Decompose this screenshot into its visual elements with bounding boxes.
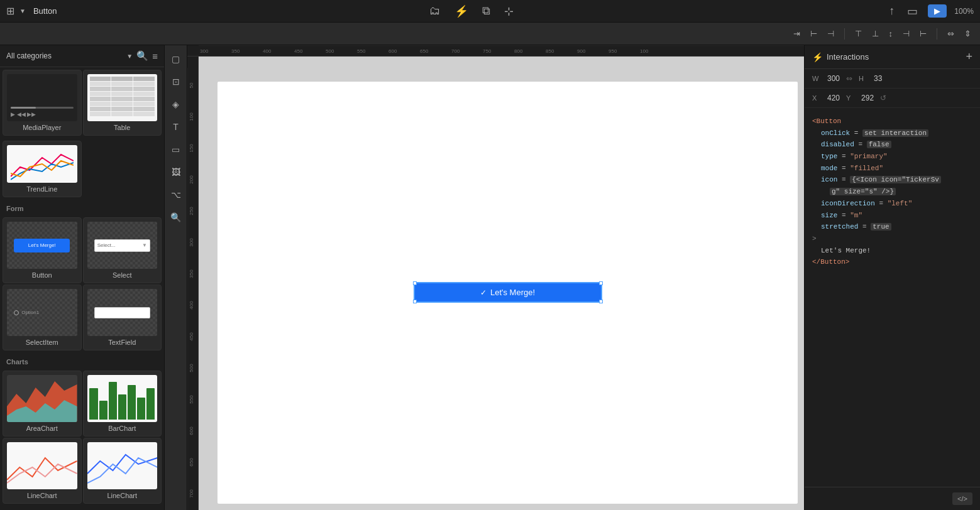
svg-text:750: 750 xyxy=(483,48,492,54)
mediaplayer-label: MediaPlayer xyxy=(23,124,61,131)
distribute-h-button[interactable]: ⇔ xyxy=(945,28,957,40)
svg-text:150: 150 xyxy=(189,144,194,153)
select-tool-button[interactable]: ▢ xyxy=(167,50,185,68)
align-top-button[interactable]: ⊥ xyxy=(869,28,881,40)
linechart2-preview xyxy=(87,442,158,489)
code-attr-size: size = "m" xyxy=(821,210,972,222)
code-view-row: </> xyxy=(805,487,980,510)
link-icon[interactable]: ⇔ xyxy=(846,74,852,83)
add-interaction-button[interactable]: + xyxy=(966,50,972,63)
network-icon-button[interactable]: ⊹ xyxy=(502,3,516,19)
library-header: All categories ▼ 🔍 ≡ xyxy=(0,45,164,67)
x-label: X xyxy=(812,94,821,102)
image-tool-button[interactable]: 🖼 xyxy=(167,163,185,181)
code-attr-stretched: stretched = true xyxy=(821,221,972,233)
code-view-button[interactable]: </> xyxy=(952,492,972,505)
rotation-icon[interactable]: ↺ xyxy=(880,94,886,102)
align-left-edge-button[interactable]: ⇥ xyxy=(791,28,803,40)
play-button[interactable]: ▶ xyxy=(928,4,947,18)
textfield-label: TextField xyxy=(108,339,136,346)
component-item-selectitem[interactable]: Option1 SelectItem xyxy=(3,285,82,350)
component-item-areachart[interactable]: AreaChart xyxy=(3,371,82,437)
text-tool-button[interactable]: T xyxy=(167,118,185,136)
svg-text:500: 500 xyxy=(189,364,194,372)
svg-text:400: 400 xyxy=(189,301,194,310)
canvas-area[interactable]: 300 350 400 450 500 550 600 650 700 750 … xyxy=(187,45,804,510)
selection-handle-tl xyxy=(413,281,417,285)
table-label: Table xyxy=(114,124,130,131)
linechart1-preview xyxy=(7,442,77,489)
code-attr-icondirection: iconDirection = "left" xyxy=(821,198,972,210)
align-top-edge-button[interactable]: ⊤ xyxy=(852,28,864,40)
chevron-down-icon[interactable]: ▼ xyxy=(19,8,26,14)
layers-icon-button[interactable]: ⧉ xyxy=(480,3,493,19)
canvas-button-element[interactable]: ✓ Let's Merge! xyxy=(414,282,602,303)
svg-text:650: 650 xyxy=(189,458,194,467)
component-item-select[interactable]: Select... ▼ Select xyxy=(83,217,162,283)
align-left-button[interactable]: ⊢ xyxy=(808,28,820,40)
lightning-icon-button[interactable]: ⚡ xyxy=(452,3,471,19)
svg-text:550: 550 xyxy=(189,395,194,404)
category-chevron-icon: ▼ xyxy=(126,53,133,60)
svg-text:950: 950 xyxy=(608,48,617,54)
code-attr-disabled: disabled = false xyxy=(821,139,972,151)
align-bottom-button[interactable]: ⊣ xyxy=(900,28,912,40)
interactions-lightning-icon: ⚡ xyxy=(812,52,823,62)
code-attr-icon: icon = {<Icon icon="TickerSv xyxy=(821,174,972,186)
code-arrow-line: > xyxy=(812,233,972,245)
grid-icon[interactable]: ⊞ xyxy=(6,5,14,17)
component-library-panel: All categories ▼ 🔍 ≡ ▶ ◀◀ ▶▶ MediaPlayer xyxy=(0,45,165,510)
toolbar-center: 🗂 ⚡ ⧉ ⊹ xyxy=(57,3,887,19)
component-item-table[interactable]: Table xyxy=(83,70,162,136)
svg-text:900: 900 xyxy=(577,48,586,54)
select-preview: Select... ▼ xyxy=(87,222,158,269)
list-view-icon[interactable]: ≡ xyxy=(152,51,158,62)
linechart2-label: LineChart xyxy=(107,492,137,499)
search-tool-button[interactable]: 🔍 xyxy=(167,209,185,226)
svg-text:500: 500 xyxy=(326,48,334,54)
share-icon-button[interactable]: ↑ xyxy=(886,3,897,19)
component-item-trendline[interactable]: TrendLine xyxy=(3,141,82,197)
interactions-title: Interactions xyxy=(827,52,962,62)
distribute-v-button[interactable]: ⇕ xyxy=(962,28,974,40)
w-label: W xyxy=(812,75,821,82)
svg-text:700: 700 xyxy=(451,48,460,54)
areachart-preview xyxy=(7,375,77,422)
mediaplayer-preview: ▶ ◀◀ ▶▶ xyxy=(7,74,77,121)
selection-handle-bl xyxy=(413,300,417,303)
folder-icon-button[interactable]: 🗂 xyxy=(427,3,443,19)
toolbar-left: ⊞ ▼ Button xyxy=(6,5,57,17)
canvas-content[interactable]: ✓ Let's Merge! xyxy=(199,57,804,510)
svg-text:600: 600 xyxy=(189,426,194,435)
selectitem-preview: Option1 xyxy=(7,289,77,336)
align-center-v-button[interactable]: ↕ xyxy=(886,28,896,40)
tablet-icon-button[interactable]: ▭ xyxy=(905,3,920,19)
code-attr-icon-cont: g" size="s" />} xyxy=(830,186,972,198)
component-tool-button[interactable]: ◈ xyxy=(167,95,185,113)
align-center-h-button[interactable]: ⊣ xyxy=(825,28,837,40)
align-bottom-edge-button[interactable]: ⊢ xyxy=(917,28,929,40)
search-icon[interactable]: 🔍 xyxy=(136,50,148,62)
y-label: Y xyxy=(846,94,855,102)
svg-text:550: 550 xyxy=(357,48,366,54)
component-item-linechart1[interactable]: LineChart xyxy=(3,438,82,504)
svg-text:700: 700 xyxy=(189,489,194,498)
areachart-label: AreaChart xyxy=(26,425,58,432)
category-select[interactable]: All categories xyxy=(6,52,123,60)
form-section-header: Form xyxy=(0,200,164,215)
canvas-button-text: Let's Merge! xyxy=(490,288,535,297)
component-item-textfield[interactable]: TextField xyxy=(83,285,162,350)
code-tool-button[interactable]: ⌥ xyxy=(167,186,185,203)
code-attr-type: type = "primary" xyxy=(821,151,972,163)
code-panel: <Button onClick = set interaction disabl… xyxy=(805,108,980,487)
canvas-tools-sidebar: ▢ ⊡ ◈ T ▭ 🖼 ⌥ 🔍 xyxy=(165,45,187,510)
selection-handle-br xyxy=(599,300,603,303)
component-item-linechart2[interactable]: LineChart xyxy=(83,438,162,504)
svg-text:50: 50 xyxy=(189,82,194,88)
component-item-button[interactable]: Let's Merge! Button xyxy=(3,217,82,283)
component-grid-top: ▶ ◀◀ ▶▶ MediaPlayer xyxy=(0,67,164,138)
frame-tool-button[interactable]: ⊡ xyxy=(167,73,185,90)
rectangle-tool-button[interactable]: ▭ xyxy=(167,141,185,158)
component-item-barchart[interactable]: BarChart xyxy=(83,371,162,437)
component-item-mediaplayer[interactable]: ▶ ◀◀ ▶▶ MediaPlayer xyxy=(3,70,82,136)
